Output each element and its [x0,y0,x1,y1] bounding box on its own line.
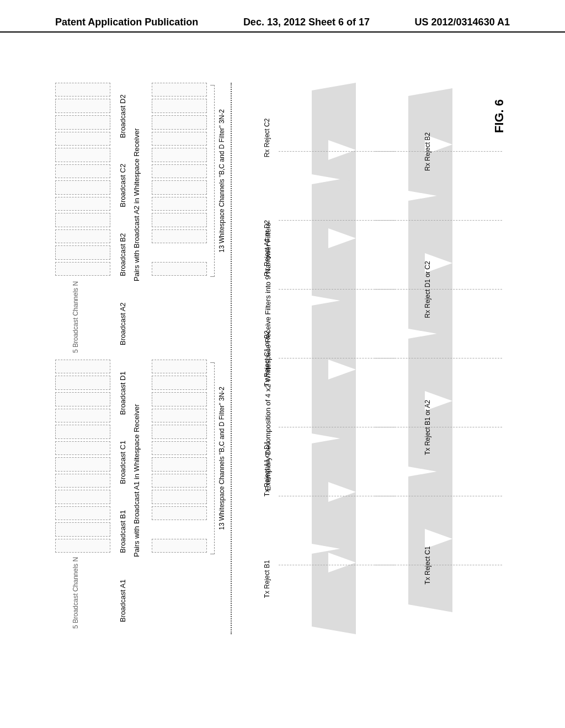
header-center: Dec. 13, 2012 Sheet 6 of 17 [243,17,370,28]
filter-label-a1d2: Rx Reject A1 or D2 [263,193,271,303]
bc-b1: Broadcast B1 [119,498,127,565]
broadcast-group-n-right: 5 Broadcast Channels N [72,281,79,353]
broadcast-group-n-left: 5 Broadcast Channels N [72,557,79,629]
bc-a1: Broadcast A1 [119,568,127,635]
filter-label-a1d1: Tx Reject A1 or D1 [263,414,271,524]
channel-spectrum-row: 5 Broadcast Channels N 5 Broadcast Chann… [55,83,127,634]
ws-caption-right: 13 Whitespace Channels "B,C and D Filter… [218,85,226,277]
header-right: US 2012/0314630 A1 [415,17,510,28]
figure-area: FIG. 6 5 Broadcast Channels N 5 Broadcas… [55,83,508,634]
ws-caption-left: 13 Whitespace Channels "B,C and D Filter… [218,362,226,554]
bc-a2: Broadcast A2 [119,291,127,358]
filter-label-b1a2: Tx Reject B1 or A2 [424,358,431,496]
filter-row-bottom: Tx Reject C1 Tx Reject B1 or A2 Rx Rejec… [375,83,502,634]
filter-label-c1b2: Tx Reject C1 or B2 [263,303,271,414]
bc-b2: Broadcast B2 [119,221,127,288]
filter-label-b2: Rx Reject B2 [424,83,431,221]
filter-label-d1c2: Rx Reject D1 or C2 [424,221,431,358]
pairs-left-caption: Pairs with Broadcast A1 in Whitespace Re… [132,404,141,557]
filter-label-c2: Rx Reject C2 [263,83,271,193]
pairs-right-caption: Pairs with Broadcast A2 in Whitespace Re… [132,129,141,281]
header-left: Patent Application Publication [55,17,198,28]
bc-c2: Broadcast C2 [119,152,127,220]
whitespace-channels-row: 13 Whitespace Channels "B,C and D Filter… [152,83,226,634]
bc-d2: Broadcast D2 [119,83,127,150]
broadcast-labels: Broadcast A1 Broadcast B1 Broadcast C1 B… [119,83,127,634]
filter-label-tc1: Tx Reject C1 [424,496,431,634]
filter-label-b1: Tx Reject B1 [263,524,271,634]
bc-c1: Broadcast C1 [119,429,127,496]
bc-d1: Broadcast D1 [119,360,127,427]
